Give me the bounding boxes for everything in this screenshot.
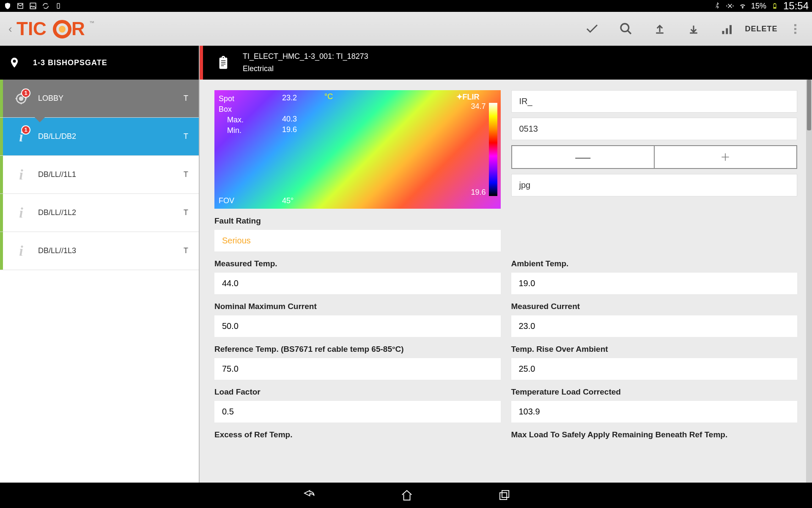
sidebar-item-label: DB/LL//1L3	[34, 246, 184, 255]
location-header[interactable]: 1-3 BISHOPSGATE	[0, 46, 199, 80]
upload-icon[interactable]	[651, 20, 668, 37]
signal-icon[interactable]	[719, 20, 736, 37]
wifi-icon	[738, 2, 747, 10]
overflow-menu-icon[interactable]	[787, 20, 804, 37]
image-icon	[29, 2, 37, 10]
download-icon[interactable]	[685, 20, 702, 37]
sidebar-item-1l3[interactable]: i DB/LL//1L3 T	[0, 232, 199, 270]
android-nav-bar	[0, 483, 812, 508]
device-icon	[54, 2, 63, 10]
svg-rect-1	[57, 3, 60, 8]
temp-load-corrected-label: Temperature Load Corrected	[511, 387, 798, 397]
ambient-temp-label: Ambient Temp.	[511, 259, 798, 268]
sidebar-item-label: DB/LL//1L2	[34, 208, 184, 217]
content-header: TI_ELECT_HMC_1-3_001: TI_18273 Electrica…	[200, 46, 812, 80]
svg-text:™: ™	[89, 20, 94, 26]
thermal-min-label: Min.	[227, 126, 241, 135]
back-chevron-icon[interactable]: ‹	[8, 22, 12, 36]
svg-rect-0	[30, 3, 36, 9]
svg-rect-12	[726, 28, 728, 34]
measured-current-value[interactable]: 23.0	[511, 315, 798, 337]
delete-button[interactable]: DELETE	[753, 20, 770, 37]
measured-temp-label: Measured Temp.	[214, 259, 501, 268]
recent-apps-icon[interactable]	[498, 489, 510, 502]
extension-input[interactable]: jpg	[511, 174, 798, 196]
thermal-image-container: Spot Box Max. Min. 23.2 40.3 19.6 °C ✦FL…	[214, 90, 501, 209]
notification-badge: 1	[21, 88, 30, 98]
sidebar-item-type: T	[184, 170, 192, 179]
content-title: TI_ELECT_HMC_1-3_001: TI_18273	[243, 52, 368, 61]
svg-rect-11	[722, 31, 724, 34]
status-bar-green	[0, 232, 3, 270]
sidebar-item-label: DB/LL//1L1	[34, 170, 184, 179]
svg-text:TIC: TIC	[16, 18, 47, 39]
active-pointer-icon	[34, 116, 46, 122]
flir-logo: ✦FLIR	[456, 92, 480, 102]
notification-badge: 1	[21, 125, 30, 135]
ref-temp-label: Reference Temp. (BS7671 ref cable temp 6…	[214, 345, 501, 354]
scrollbar[interactable]	[806, 80, 812, 483]
temp-load-corrected-value[interactable]: 103.9	[511, 401, 798, 422]
android-status-bar: 15% 15:54	[0, 0, 812, 12]
prefix-input[interactable]: IR_	[511, 90, 798, 113]
content-area: TI_ELECT_HMC_1-3_001: TI_18273 Electrica…	[199, 46, 812, 483]
back-icon[interactable]	[302, 489, 316, 502]
thermal-image[interactable]: Spot Box Max. Min. 23.2 40.3 19.6 °C ✦FL…	[214, 90, 501, 209]
sidebar-item-type: T	[184, 94, 192, 103]
thermal-box-label: Box	[219, 105, 232, 114]
scrollbar-thumb[interactable]	[807, 80, 811, 130]
number-input[interactable]: 0513	[511, 118, 798, 140]
thermal-grad-max: 34.7	[471, 102, 486, 111]
ambient-temp-value[interactable]: 19.0	[511, 273, 798, 294]
measured-temp-value[interactable]: 44.0	[214, 273, 501, 294]
decrement-button[interactable]: —	[511, 145, 654, 169]
thermal-max-label: Max.	[227, 116, 244, 124]
sync-icon	[41, 2, 50, 10]
bluetooth-icon	[713, 2, 721, 10]
svg-rect-13	[730, 25, 732, 34]
location-name: 1-3 BISHOPSGATE	[33, 58, 107, 67]
location-pin-icon	[8, 55, 20, 70]
app-logo: TIC R ™	[16, 18, 101, 39]
nominal-max-label: Nominal Maximum Current	[214, 302, 501, 311]
info-icon: i	[19, 205, 23, 221]
sidebar: 1-3 BISHOPSGATE 1 LOBBY T i 1 DB/LL/DB2 …	[0, 46, 199, 483]
thermal-fov-label: FOV	[219, 196, 234, 205]
shield-icon	[3, 2, 12, 10]
filename-inputs: IR_ 0513 — jpg	[511, 90, 798, 209]
thermal-spot-value: 23.2	[282, 94, 297, 102]
status-bar-green	[0, 118, 3, 155]
thermal-fov-value: 45°	[282, 196, 294, 205]
status-bar-green	[0, 156, 3, 193]
thermal-max-value: 40.3	[282, 115, 297, 124]
temp-rise-value[interactable]: 25.0	[511, 358, 798, 380]
clock: 15:54	[783, 0, 809, 12]
info-icon: i	[19, 243, 23, 259]
sidebar-item-lobby[interactable]: 1 LOBBY T	[0, 80, 199, 118]
sidebar-item-type: T	[184, 208, 192, 217]
load-factor-value[interactable]: 0.5	[214, 401, 501, 422]
sidebar-item-db2[interactable]: i 1 DB/LL/DB2 T	[0, 118, 199, 156]
increment-button[interactable]	[654, 145, 797, 169]
thermal-gradient	[489, 103, 497, 196]
sidebar-item-label: LOBBY	[34, 94, 184, 103]
sidebar-item-1l2[interactable]: i DB/LL//1L2 T	[0, 194, 199, 232]
search-icon[interactable]	[617, 20, 634, 37]
home-icon[interactable]	[401, 489, 413, 502]
content-body[interactable]: Spot Box Max. Min. 23.2 40.3 19.6 °C ✦FL…	[200, 80, 812, 450]
load-factor-label: Load Factor	[214, 387, 501, 397]
fault-rating-value[interactable]: Serious	[214, 230, 501, 251]
svg-rect-4	[774, 8, 776, 8]
svg-rect-3	[774, 3, 775, 4]
thermal-min-value: 19.6	[282, 125, 297, 134]
nominal-max-value[interactable]: 50.0	[214, 315, 501, 337]
sidebar-item-type: T	[184, 246, 192, 255]
svg-point-7	[59, 26, 66, 33]
excess-ref-label: Excess of Ref Temp.	[214, 430, 501, 439]
temp-rise-label: Temp. Rise Over Ambient	[511, 345, 798, 354]
battery-percent: 15%	[751, 2, 766, 11]
svg-point-10	[621, 24, 629, 32]
check-icon[interactable]	[584, 20, 601, 37]
ref-temp-value[interactable]: 75.0	[214, 358, 501, 380]
sidebar-item-1l1[interactable]: i DB/LL//1L1 T	[0, 156, 199, 194]
